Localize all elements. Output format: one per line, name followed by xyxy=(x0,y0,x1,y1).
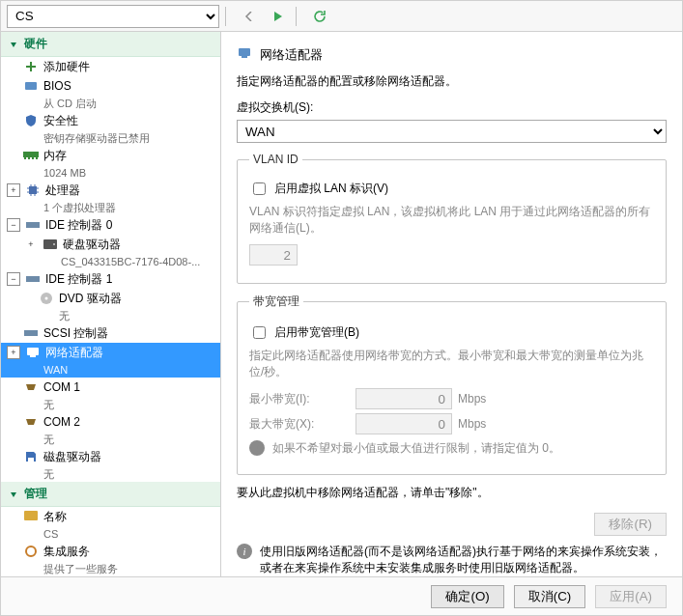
section-expand-icon xyxy=(9,490,18,499)
bandwidth-info-text: 如果不希望对最小值或最大值进行限制，请指定值为 0。 xyxy=(272,440,560,457)
svg-rect-0 xyxy=(25,82,37,90)
section-header-label: 硬件 xyxy=(24,36,47,52)
sidebar-item-sub: WAN xyxy=(1,362,220,378)
sidebar-item-sub: CS_043315BC-7176-4D08-... xyxy=(1,254,220,269)
toolbar-separator xyxy=(225,7,226,26)
vlan-id-input[interactable] xyxy=(249,244,298,266)
nic-icon xyxy=(24,345,42,360)
hardware-tree: 添加硬件 BIOS 从 CD 启动 安全性 密钥存储驱动器已禁用 xyxy=(1,57,220,482)
cpu-icon xyxy=(24,182,42,198)
refresh-button[interactable] xyxy=(308,5,331,28)
svg-rect-15 xyxy=(30,355,36,357)
svg-rect-1 xyxy=(23,152,39,157)
tree-expander-minus[interactable]: − xyxy=(7,218,20,232)
sidebar-item-com2[interactable]: COM 2 xyxy=(1,412,220,432)
svg-rect-6 xyxy=(29,186,37,194)
ok-button[interactable]: 确定(O) xyxy=(431,585,503,608)
vlan-enable-label: 启用虚拟 LAN 标识(V) xyxy=(274,181,388,197)
apply-button[interactable]: 应用(A) xyxy=(595,585,667,608)
dvd-icon xyxy=(38,291,55,306)
panel-title: 网络适配器 xyxy=(237,45,667,64)
sidebar-item-network-adapter[interactable]: + 网络适配器 xyxy=(1,343,220,362)
cancel-button[interactable]: 取消(C) xyxy=(514,585,586,608)
sidebar-item-hdd[interactable]: + 硬盘驱动器 xyxy=(1,235,220,254)
sidebar-item-memory[interactable]: 内存 xyxy=(1,146,220,165)
panel-title-text: 网络适配器 xyxy=(260,46,323,64)
group-vlan: VLAN ID 启用虚拟 LAN 标识(V) VLAN 标识符指定虚拟 LAN，… xyxy=(237,153,667,284)
min-bandwidth-label: 最小带宽(I): xyxy=(249,391,356,407)
virtual-switch-select[interactable]: WAN xyxy=(237,120,667,143)
settings-window: CS 硬件 添加硬件 xyxy=(0,0,683,616)
tree-expander-plus[interactable]: + xyxy=(24,238,38,251)
com-port-icon xyxy=(22,414,40,430)
sidebar-item-label: SCSI 控制器 xyxy=(43,325,108,342)
floppy-icon xyxy=(22,449,40,464)
sidebar[interactable]: 硬件 添加硬件 BIOS 从 CD 启动 xyxy=(1,32,221,576)
forward-button[interactable] xyxy=(267,5,290,28)
sidebar-item-scsi[interactable]: SCSI 控制器 xyxy=(1,323,220,343)
memory-icon xyxy=(22,148,40,163)
sidebar-item-label: 磁盘驱动器 xyxy=(43,449,101,465)
sidebar-item-integration[interactable]: 集成服务 xyxy=(1,542,220,561)
virtual-switch-label: 虚拟交换机(S): xyxy=(237,99,667,116)
group-vlan-legend: VLAN ID xyxy=(249,153,302,166)
sidebar-item-label: COM 2 xyxy=(43,415,80,429)
sidebar-item-ide0[interactable]: − IDE 控制器 0 xyxy=(1,215,220,235)
remove-button[interactable]: 移除(R) xyxy=(594,513,667,536)
dialog-footer: 确定(O) 取消(C) 应用(A) xyxy=(1,576,682,615)
sidebar-item-label: 处理器 xyxy=(45,182,80,199)
bandwidth-enable-label: 启用带宽管理(B) xyxy=(274,324,359,341)
sidebar-item-vm-name[interactable]: 名称 xyxy=(1,507,220,526)
svg-rect-14 xyxy=(27,348,39,355)
toolbar-separator xyxy=(296,7,297,26)
sidebar-item-cpu[interactable]: + 处理器 xyxy=(1,181,220,200)
sidebar-item-com1[interactable]: COM 1 xyxy=(1,378,220,397)
shield-icon xyxy=(22,113,40,128)
play-icon xyxy=(273,12,283,21)
chevron-left-icon xyxy=(244,12,254,21)
svg-rect-17 xyxy=(24,511,38,520)
sidebar-item-bios[interactable]: BIOS xyxy=(1,76,220,96)
section-management[interactable]: 管理 xyxy=(1,482,220,507)
sidebar-item-label: BIOS xyxy=(43,79,71,93)
sidebar-item-floppy[interactable]: 磁盘驱动器 xyxy=(1,447,220,466)
sidebar-item-label: 硬盘驱动器 xyxy=(63,237,121,253)
nic-icon xyxy=(237,45,252,64)
svg-rect-20 xyxy=(239,48,250,56)
back-button[interactable] xyxy=(238,5,261,28)
sidebar-item-dvd[interactable]: DVD 驱动器 xyxy=(1,289,220,308)
sidebar-item-sub: 从 CD 启动 xyxy=(1,96,220,111)
sidebar-item-label: 集成服务 xyxy=(43,544,90,560)
main-body: 硬件 添加硬件 BIOS 从 CD 启动 xyxy=(1,32,682,576)
sidebar-item-sub: 密钥存储驱动器已禁用 xyxy=(1,130,220,146)
tree-expander-plus[interactable]: + xyxy=(7,183,20,197)
group-bandwidth: 带宽管理 启用带宽管理(B) 指定此网络适配器使用网络带宽的方式。最小带宽和最大… xyxy=(237,294,667,475)
management-tree: 名称 CS 集成服务 提供了一些服务 检查点 生产 xyxy=(1,507,220,576)
chip-icon xyxy=(22,78,40,94)
svg-point-12 xyxy=(45,297,48,300)
sidebar-item-sub: 1024 MB xyxy=(1,165,220,181)
hdd-icon xyxy=(42,237,59,252)
svg-point-18 xyxy=(26,546,36,556)
vm-selector[interactable]: CS xyxy=(7,5,219,28)
tree-expander-minus[interactable]: − xyxy=(7,272,20,286)
max-bandwidth-unit: Mbps xyxy=(458,417,486,431)
svg-rect-2 xyxy=(24,157,26,159)
vlan-note: VLAN 标识符指定虚拟 LAN，该虚拟机将此 LAN 用于通过此网络适配器的所… xyxy=(249,204,654,237)
sidebar-item-label: IDE 控制器 0 xyxy=(45,217,112,234)
min-bandwidth-input[interactable] xyxy=(356,388,452,409)
min-bandwidth-unit: Mbps xyxy=(458,392,486,406)
vlan-enable-checkbox[interactable] xyxy=(253,182,266,195)
max-bandwidth-input[interactable] xyxy=(356,413,452,434)
sidebar-item-label: 名称 xyxy=(43,509,67,525)
section-header-label: 管理 xyxy=(24,486,47,502)
sidebar-item-security[interactable]: 安全性 xyxy=(1,111,220,130)
tree-expander-plus[interactable]: + xyxy=(7,346,20,359)
sidebar-item-add-hardware[interactable]: 添加硬件 xyxy=(1,57,220,76)
remove-description: 要从此虚拟机中移除网络适配器，请单击"移除"。 xyxy=(237,485,667,501)
refresh-icon xyxy=(313,10,327,23)
section-hardware[interactable]: 硬件 xyxy=(1,32,220,57)
bandwidth-enable-checkbox[interactable] xyxy=(253,326,266,339)
sidebar-item-ide1[interactable]: − IDE 控制器 1 xyxy=(1,269,220,289)
com-port-icon xyxy=(22,379,40,395)
